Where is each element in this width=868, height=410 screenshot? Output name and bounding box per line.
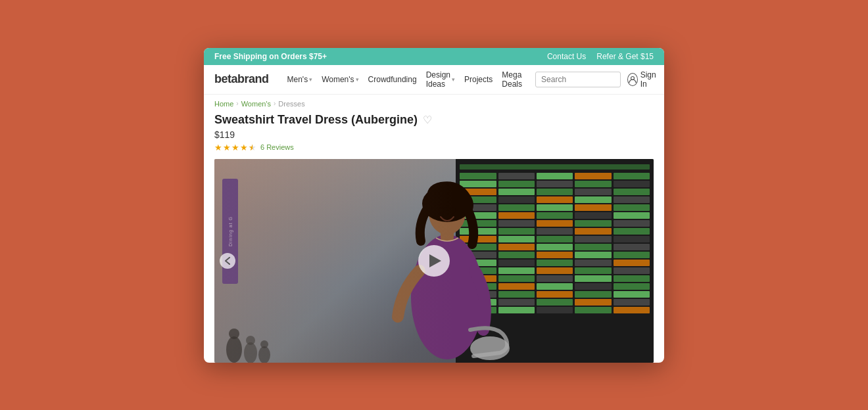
- logo[interactable]: betabrand: [214, 72, 269, 86]
- top-bar-right: Contact Us Refer & Get $15: [547, 52, 654, 61]
- navbar: betabrand Men's ▾ Women's ▾ Crowdfunding…: [204, 65, 664, 95]
- reviews-count[interactable]: 6 Reviews: [260, 143, 294, 151]
- sign-in-label: Sign In: [640, 70, 659, 89]
- wishlist-icon[interactable]: ♡: [423, 114, 432, 126]
- play-button[interactable]: [418, 245, 450, 277]
- play-triangle-icon: [429, 254, 441, 267]
- nav-crowdfunding[interactable]: Crowdfunding: [368, 75, 417, 84]
- search-input[interactable]: [535, 72, 621, 87]
- nav-design-ideas[interactable]: Design Ideas ▾: [426, 70, 455, 89]
- breadcrumb-dresses: Dresses: [278, 100, 304, 108]
- product-video[interactable]: Dining at G: [214, 159, 654, 363]
- user-icon: [627, 73, 638, 86]
- mens-chevron-icon: ▾: [309, 76, 312, 83]
- browser-window: Free Shipping on Orders $75+ Contact Us …: [204, 48, 664, 363]
- star-5: ★: [249, 143, 256, 152]
- nav-womens[interactable]: Women's ▾: [322, 75, 358, 84]
- product-title-row: Sweatshirt Travel Dress (Aubergine) ♡: [214, 113, 654, 127]
- nav-mens[interactable]: Men's ▾: [287, 75, 313, 84]
- rating-row: ★ ★ ★ ★ ★ 6 Reviews: [214, 143, 654, 152]
- previous-image-arrow[interactable]: [220, 253, 235, 269]
- star-4: ★: [240, 143, 248, 152]
- womens-chevron-icon: ▾: [356, 76, 359, 83]
- breadcrumb: Home › Women's › Dresses: [204, 95, 664, 113]
- breadcrumb-sep-1: ›: [236, 100, 238, 107]
- refer-get-link[interactable]: Refer & Get $15: [596, 52, 654, 61]
- star-rating: ★ ★ ★ ★ ★: [214, 143, 256, 152]
- star-3: ★: [231, 143, 239, 152]
- nav-right: Sign In: [535, 70, 664, 89]
- free-shipping-text: Free Shipping on Orders $75+: [214, 52, 327, 61]
- nav-links: Men's ▾ Women's ▾ Crowdfunding Design Id…: [287, 70, 523, 89]
- product-title: Sweatshirt Travel Dress (Aubergine): [214, 113, 418, 127]
- breadcrumb-sep-2: ›: [274, 100, 276, 107]
- top-bar: Free Shipping on Orders $75+ Contact Us …: [204, 48, 664, 65]
- contact-us-link[interactable]: Contact Us: [547, 52, 586, 61]
- sign-in-button[interactable]: Sign In: [627, 70, 659, 89]
- breadcrumb-home[interactable]: Home: [214, 100, 233, 108]
- breadcrumb-women[interactable]: Women's: [241, 100, 271, 108]
- product-section: Sweatshirt Travel Dress (Aubergine) ♡ $1…: [204, 113, 664, 363]
- nav-projects[interactable]: Projects: [464, 75, 493, 84]
- product-price: $119: [214, 129, 654, 140]
- star-2: ★: [223, 143, 231, 152]
- nav-mega-deals[interactable]: Mega Deals: [502, 70, 522, 89]
- design-ideas-chevron-icon: ▾: [452, 76, 455, 83]
- star-1: ★: [214, 143, 222, 152]
